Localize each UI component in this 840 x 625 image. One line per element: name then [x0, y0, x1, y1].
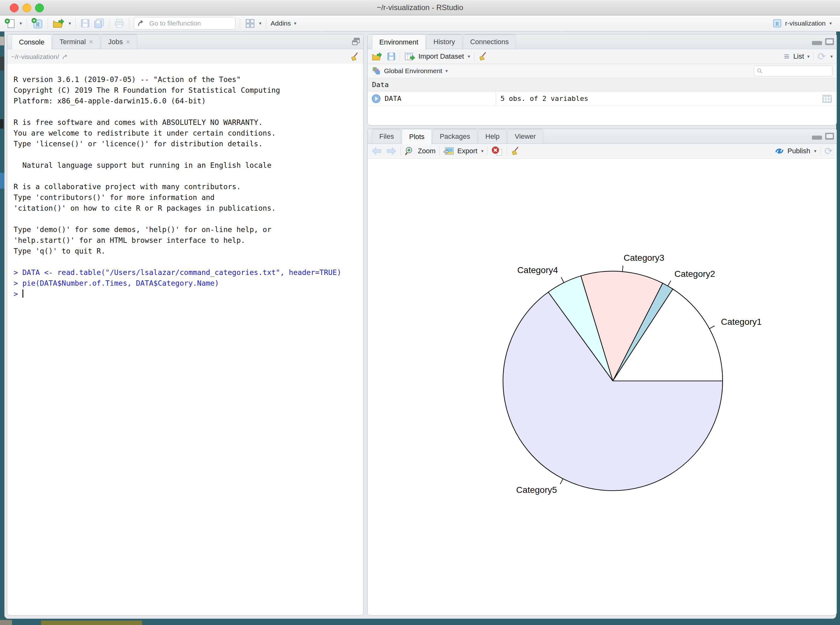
- show-directory-arrow-icon[interactable]: [62, 53, 70, 61]
- tab-label: Files: [379, 132, 394, 141]
- tab-history[interactable]: History: [426, 34, 462, 49]
- tab-help[interactable]: Help: [478, 129, 507, 143]
- clear-console-icon[interactable]: [350, 52, 359, 62]
- console-output-line: Natural language support but running in …: [14, 160, 363, 171]
- new-project-icon[interactable]: R: [31, 17, 43, 30]
- working-directory-label: ~/r-visualization/: [11, 53, 59, 61]
- tab-terminal[interactable]: Terminal×: [52, 34, 100, 49]
- tab-packages[interactable]: Packages: [432, 129, 477, 143]
- panes-layout-icon[interactable]: [245, 18, 255, 29]
- toolbar-separator: [439, 146, 439, 156]
- maximize-pane-icon[interactable]: [825, 133, 834, 140]
- addins-label: Addins: [271, 20, 291, 27]
- goto-file-input[interactable]: [149, 19, 232, 28]
- console-output-line: You are welcome to redistribute it under…: [14, 128, 363, 138]
- expand-object-icon[interactable]: [371, 94, 381, 103]
- refresh-environment-icon[interactable]: ⟳: [818, 51, 826, 62]
- goto-file-search[interactable]: [134, 17, 235, 30]
- rstudio-window: ~/r-visualization - RStudio ▾ R: [0, 0, 840, 625]
- pie-label-line: [709, 326, 715, 329]
- console-output-line: [14, 171, 363, 181]
- close-tab-icon[interactable]: ×: [126, 39, 130, 45]
- print-icon[interactable]: [114, 18, 125, 28]
- addins-menu[interactable]: Addins ▾: [271, 20, 297, 27]
- clear-all-plots-icon[interactable]: [511, 146, 520, 156]
- load-workspace-icon[interactable]: [371, 52, 383, 61]
- export-image-icon: [443, 147, 454, 155]
- environment-search[interactable]: [754, 65, 833, 76]
- main-toolbar: ▾ R ▾: [0, 16, 840, 31]
- console-output-line: Type 'q()' to quit R.: [14, 246, 363, 257]
- environment-scope-selector[interactable]: Global Environment ▾: [384, 67, 448, 75]
- new-file-icon[interactable]: [5, 18, 16, 29]
- import-dataset-button[interactable]: Import Dataset ▾: [404, 52, 470, 61]
- environment-object-row[interactable]: DATA 5 obs. of 2 variables: [368, 92, 837, 106]
- tab-connections[interactable]: Connections: [463, 34, 516, 49]
- toolbar-separator: [75, 18, 76, 29]
- plots-tab-bar: FilesPlotsPackagesHelpViewer: [368, 129, 837, 144]
- open-file-icon[interactable]: [52, 18, 65, 29]
- tab-files[interactable]: Files: [372, 129, 401, 143]
- refresh-dropdown-icon[interactable]: ▾: [830, 54, 833, 59]
- console-output-line: Copyright (C) 2019 The R Foundation for …: [14, 85, 363, 96]
- previous-plot-icon[interactable]: [371, 147, 382, 155]
- zoom-plot-button[interactable]: Zoom: [405, 146, 435, 156]
- tab-viewer[interactable]: Viewer: [507, 129, 543, 143]
- console-output-line: [14, 149, 363, 160]
- global-environment-icon: [371, 66, 381, 76]
- toolbar-separator: [814, 52, 814, 61]
- remove-plot-icon[interactable]: [491, 146, 503, 156]
- refresh-plot-icon[interactable]: ⟳: [824, 146, 833, 156]
- toolbar-separator: [487, 146, 488, 156]
- publish-icon: [775, 147, 784, 155]
- tab-environment[interactable]: Environment: [372, 34, 426, 50]
- view-mode-dropdown-icon: ▾: [807, 54, 810, 59]
- new-file-dropdown-icon[interactable]: ▾: [20, 20, 22, 26]
- pie-label-category5: Category5: [516, 485, 557, 495]
- tab-console[interactable]: Console: [12, 34, 52, 50]
- environment-search-input[interactable]: [765, 67, 830, 75]
- clear-environment-icon[interactable]: [478, 52, 488, 61]
- open-file-dropdown-icon[interactable]: ▾: [69, 20, 71, 26]
- pie-label-category4: Category4: [517, 265, 558, 275]
- save-all-icon[interactable]: [94, 18, 105, 29]
- console-output-line: Type 'license()' or 'licence()' for dist…: [14, 138, 363, 149]
- view-data-grid-icon[interactable]: [822, 94, 832, 103]
- minimize-pane-icon[interactable]: [812, 41, 822, 45]
- view-mode-dropdown[interactable]: List ▾: [793, 52, 810, 61]
- plots-toolbar: Zoom Export ▾: [368, 144, 837, 159]
- panes-layout-dropdown-icon[interactable]: ▾: [259, 20, 262, 26]
- tab-label: Help: [485, 132, 500, 141]
- publish-button[interactable]: Publish ▾: [775, 147, 817, 155]
- save-icon[interactable]: [80, 18, 90, 28]
- minimize-pane-icon[interactable]: [812, 135, 822, 140]
- search-icon: [757, 67, 763, 75]
- console-output-line: R is a collaborative project with many c…: [14, 181, 363, 192]
- console-output[interactable]: R version 3.6.1 (2019-07-05) -- "Action …: [7, 64, 363, 615]
- import-dataset-dropdown-icon: ▾: [468, 54, 470, 59]
- tab-label: Connections: [470, 38, 509, 46]
- console-command-line: > DATA <- read.table("/Users/lsalazar/co…: [14, 267, 363, 278]
- close-tab-icon[interactable]: ×: [89, 39, 93, 45]
- pie-label-line: [623, 266, 623, 272]
- toolbar-separator: [48, 18, 48, 29]
- console-command-line: > pie(DATA$Number.of.Times, DATA$Categor…: [14, 278, 363, 289]
- console-output-line: Platform: x86_64-apple-darwin15.6.0 (64-…: [14, 96, 363, 106]
- restore-pane-icon[interactable]: [351, 37, 361, 47]
- console-prompt-line[interactable]: >: [14, 289, 363, 299]
- desktop-edge-item: [0, 37, 4, 45]
- export-plot-button[interactable]: Export ▾: [443, 147, 483, 155]
- project-menu[interactable]: R r-visualization ▾: [773, 19, 832, 28]
- desktop-edge-item: [41, 620, 142, 625]
- environment-tab-bar: EnvironmentHistoryConnections: [368, 34, 837, 49]
- tab-jobs[interactable]: Jobs×: [101, 34, 137, 49]
- publish-dropdown-icon: ▾: [814, 148, 817, 154]
- tab-label: Console: [19, 38, 45, 47]
- environment-section-label: Data: [372, 81, 389, 89]
- next-plot-icon[interactable]: [386, 147, 397, 155]
- console-output-line: [14, 106, 363, 117]
- tab-plots[interactable]: Plots: [402, 129, 432, 144]
- save-workspace-icon[interactable]: [386, 52, 396, 61]
- maximize-pane-icon[interactable]: [825, 38, 834, 45]
- pie-label-line: [560, 479, 563, 484]
